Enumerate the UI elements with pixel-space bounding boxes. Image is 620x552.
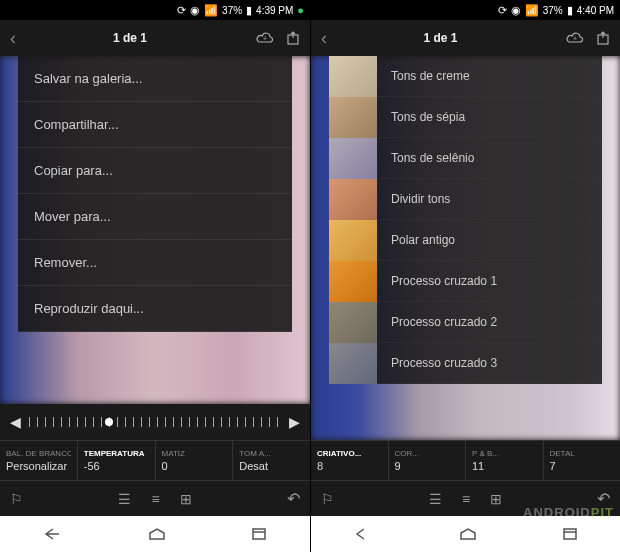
filter-thumb bbox=[329, 179, 377, 220]
sync-icon: ⟳ bbox=[498, 4, 507, 17]
app-header: ‹ 1 de 1 + bbox=[311, 20, 620, 56]
battery-percent: 37% bbox=[222, 5, 242, 16]
filter-thumb bbox=[329, 220, 377, 261]
filter-sepia-tones[interactable]: Tons de sépia bbox=[329, 97, 602, 138]
share-menu: Salvar na galeria... Compartilhar... Cop… bbox=[18, 56, 292, 332]
filter-old-polar[interactable]: Polar antigo bbox=[329, 220, 602, 261]
param-bw[interactable]: P & B... 11 bbox=[466, 441, 544, 480]
android-nav-bar bbox=[0, 516, 310, 552]
filter-thumb bbox=[329, 261, 377, 302]
whatsapp-icon: ● bbox=[297, 4, 304, 16]
filter-cross-process-1[interactable]: Processo cruzado 1 bbox=[329, 261, 602, 302]
menu-move-to[interactable]: Mover para... bbox=[18, 194, 292, 240]
screenshot-left: ⟳ ◉ 📶 37% ▮ 4:39 PM ● ‹ 1 de 1 + Salvar … bbox=[0, 0, 310, 552]
photo-area: Salvar na galeria... Compartilhar... Cop… bbox=[0, 56, 310, 404]
battery-icon: ▮ bbox=[567, 4, 573, 17]
presets-icon[interactable]: ≡ bbox=[462, 491, 470, 507]
flag-icon[interactable]: ⚐ bbox=[10, 491, 23, 507]
adjustment-slider[interactable] bbox=[29, 412, 281, 432]
sync-icon: ⟳ bbox=[177, 4, 186, 17]
filter-split-tone[interactable]: Dividir tons bbox=[329, 179, 602, 220]
filter-selenium-tones[interactable]: Tons de selênio bbox=[329, 138, 602, 179]
status-bar: ⟳ ◉ 📶 37% ▮ 4:39 PM ● bbox=[0, 0, 310, 20]
status-time: 4:40 PM bbox=[577, 5, 614, 16]
menu-play-from-here[interactable]: Reproduzir daqui... bbox=[18, 286, 292, 332]
crop-icon[interactable]: ⊞ bbox=[490, 491, 502, 507]
menu-remove[interactable]: Remover... bbox=[18, 240, 292, 286]
nav-recent[interactable] bbox=[251, 527, 267, 541]
filter-cross-process-3[interactable]: Processo cruzado 3 bbox=[329, 343, 602, 384]
filter-thumb bbox=[329, 138, 377, 179]
cloud-add-icon[interactable]: + bbox=[566, 31, 584, 45]
header-title: 1 de 1 bbox=[16, 31, 244, 45]
menu-share[interactable]: Compartilhar... bbox=[18, 102, 292, 148]
signal-icon: 📶 bbox=[525, 4, 539, 17]
wifi-icon: ◉ bbox=[190, 4, 200, 17]
filter-thumb bbox=[329, 97, 377, 138]
slider-next[interactable]: ▶ bbox=[289, 414, 300, 430]
filter-cross-process-2[interactable]: Processo cruzado 2 bbox=[329, 302, 602, 343]
param-tint[interactable]: MATIZ 0 bbox=[156, 441, 234, 480]
param-white-balance[interactable]: BAL. DE BRANCO... Personalizar bbox=[0, 441, 78, 480]
param-creative[interactable]: CRIATIVO... 8 bbox=[311, 441, 389, 480]
params-row: BAL. DE BRANCO... Personalizar TEMPERATU… bbox=[0, 440, 310, 480]
header-title: 1 de 1 bbox=[327, 31, 554, 45]
menu-copy-to[interactable]: Copiar para... bbox=[18, 148, 292, 194]
crop-icon[interactable]: ⊞ bbox=[180, 491, 192, 507]
svg-text:+: + bbox=[263, 35, 267, 42]
filter-cream-tones[interactable]: Tons de creme bbox=[329, 56, 602, 97]
slider-row: ◀ ▶ bbox=[0, 404, 310, 440]
status-time: 4:39 PM bbox=[256, 5, 293, 16]
battery-percent: 37% bbox=[543, 5, 563, 16]
undo-icon[interactable]: ↶ bbox=[287, 489, 300, 508]
param-detail[interactable]: DETAL 7 bbox=[544, 441, 621, 480]
menu-save-gallery[interactable]: Salvar na galeria... bbox=[18, 56, 292, 102]
svg-text:+: + bbox=[573, 35, 577, 42]
svg-rect-6 bbox=[564, 529, 576, 539]
param-color[interactable]: COR... 9 bbox=[389, 441, 467, 480]
nav-home[interactable] bbox=[459, 527, 477, 541]
wifi-icon: ◉ bbox=[511, 4, 521, 17]
tool-row: ⚐ ☰ ≡ ⊞ ↶ bbox=[0, 480, 310, 516]
preset-filter-list: Tons de creme Tons de sépia Tons de selê… bbox=[329, 56, 602, 384]
app-header: ‹ 1 de 1 + bbox=[0, 20, 310, 56]
nav-back[interactable] bbox=[354, 527, 374, 541]
param-auto-tone[interactable]: TOM A... Desat bbox=[233, 441, 310, 480]
filter-thumb bbox=[329, 56, 377, 97]
share-icon[interactable] bbox=[596, 31, 610, 45]
slider-prev[interactable]: ◀ bbox=[10, 414, 21, 430]
filter-thumb bbox=[329, 302, 377, 343]
svg-rect-2 bbox=[253, 529, 265, 539]
share-icon[interactable] bbox=[286, 31, 300, 45]
signal-icon: 📶 bbox=[204, 4, 218, 17]
tool-row: ⚐ ☰ ≡ ⊞ ↶ bbox=[311, 480, 620, 516]
nav-home[interactable] bbox=[148, 527, 166, 541]
adjust-icon[interactable]: ☰ bbox=[429, 491, 442, 507]
cloud-add-icon[interactable]: + bbox=[256, 31, 274, 45]
screenshot-right: ⟳ ◉ 📶 37% ▮ 4:40 PM ‹ 1 de 1 + Tons de c… bbox=[310, 0, 620, 552]
param-temperature[interactable]: TEMPERATURA -56 bbox=[78, 441, 156, 480]
adjust-icon[interactable]: ☰ bbox=[118, 491, 131, 507]
undo-icon[interactable]: ↶ bbox=[597, 489, 610, 508]
nav-back[interactable] bbox=[43, 527, 63, 541]
nav-recent[interactable] bbox=[562, 527, 578, 541]
status-bar: ⟳ ◉ 📶 37% ▮ 4:40 PM bbox=[311, 0, 620, 20]
photo-area: Tons de creme Tons de sépia Tons de selê… bbox=[311, 56, 620, 440]
android-nav-bar bbox=[311, 516, 620, 552]
flag-icon[interactable]: ⚐ bbox=[321, 491, 334, 507]
filter-thumb bbox=[329, 343, 377, 384]
battery-icon: ▮ bbox=[246, 4, 252, 17]
presets-icon[interactable]: ≡ bbox=[151, 491, 159, 507]
params-row: CRIATIVO... 8 COR... 9 P & B... 11 DETAL… bbox=[311, 440, 620, 480]
